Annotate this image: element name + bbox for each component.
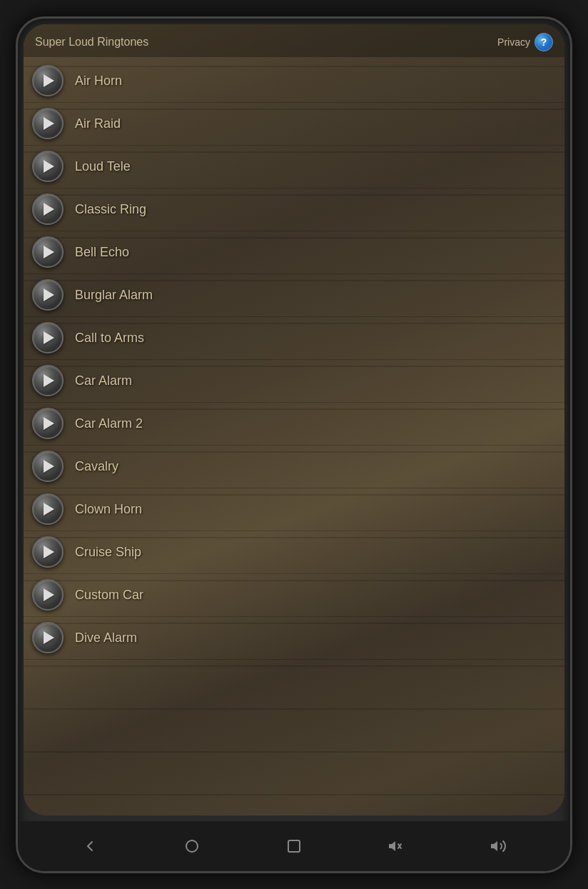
- svg-marker-5: [491, 841, 497, 851]
- play-button[interactable]: [32, 622, 64, 653]
- ringtone-item[interactable]: Cavalry: [24, 446, 564, 488]
- header-right: Privacy ?: [497, 33, 553, 51]
- play-button[interactable]: [32, 65, 64, 96]
- play-button[interactable]: [32, 579, 64, 611]
- ringtone-name: Car Alarm: [75, 373, 132, 388]
- ringtone-item[interactable]: Clown Horn: [24, 488, 564, 531]
- play-icon: [44, 74, 54, 87]
- play-icon: [44, 417, 54, 430]
- ringtone-item[interactable]: Bell Echo: [24, 231, 564, 274]
- play-icon: [44, 460, 54, 473]
- play-icon: [44, 160, 54, 173]
- svg-point-0: [186, 840, 198, 852]
- ringtone-item[interactable]: Loud Tele: [24, 146, 564, 189]
- ringtone-name: Burglar Alarm: [75, 288, 153, 303]
- app-header: Super Loud Ringtones Privacy ?: [24, 24, 564, 57]
- ringtone-item[interactable]: Custom Car: [24, 574, 564, 617]
- ringtone-item[interactable]: Burglar Alarm: [24, 274, 564, 317]
- ringtone-item[interactable]: Air Horn: [24, 60, 564, 103]
- ringtone-item[interactable]: Call to Arms: [24, 317, 564, 360]
- back-nav-button[interactable]: [76, 832, 104, 860]
- privacy-label[interactable]: Privacy: [497, 36, 530, 48]
- app-title: Super Loud Ringtones: [35, 36, 148, 49]
- device-frame: Super Loud Ringtones Privacy ? Air HornA…: [16, 16, 572, 873]
- play-icon: [44, 631, 54, 644]
- play-icon: [44, 117, 54, 130]
- ringtone-name: Air Horn: [75, 74, 122, 89]
- ringtone-list: Air HornAir RaidLoud TeleClassic RingBel…: [24, 57, 564, 815]
- play-button[interactable]: [32, 451, 64, 482]
- play-button[interactable]: [32, 536, 64, 568]
- ringtone-name: Custom Car: [75, 588, 143, 603]
- play-button[interactable]: [32, 279, 64, 311]
- ringtone-item[interactable]: Cruise Ship: [24, 531, 564, 574]
- play-icon: [44, 288, 54, 301]
- navigation-bar: [18, 821, 570, 871]
- ringtone-item[interactable]: Air Raid: [24, 103, 564, 146]
- play-button[interactable]: [32, 194, 64, 225]
- play-icon: [44, 246, 54, 258]
- recents-nav-button[interactable]: [280, 832, 308, 860]
- play-button[interactable]: [32, 365, 64, 396]
- app-container: Super Loud Ringtones Privacy ? Air HornA…: [24, 24, 564, 815]
- play-button[interactable]: [32, 408, 64, 439]
- ringtone-name: Clown Horn: [75, 502, 142, 517]
- ringtone-name: Dive Alarm: [75, 631, 137, 646]
- play-icon: [44, 503, 54, 516]
- screen: Super Loud Ringtones Privacy ? Air HornA…: [24, 24, 564, 815]
- home-nav-button[interactable]: [178, 832, 206, 860]
- ringtone-item[interactable]: Classic Ring: [24, 189, 564, 231]
- play-icon: [44, 331, 54, 344]
- play-icon: [44, 374, 54, 387]
- play-icon: [44, 546, 54, 558]
- help-button[interactable]: ?: [534, 33, 553, 51]
- play-button[interactable]: [32, 108, 64, 139]
- ringtone-name: Cruise Ship: [75, 545, 141, 560]
- play-button[interactable]: [32, 236, 64, 268]
- ringtone-name: Cavalry: [75, 459, 118, 474]
- volume-down-nav-button[interactable]: [382, 832, 410, 860]
- ringtone-name: Air Raid: [75, 116, 121, 131]
- play-button[interactable]: [32, 322, 64, 353]
- ringtone-name: Call to Arms: [75, 331, 144, 346]
- play-icon: [44, 588, 54, 601]
- ringtone-item[interactable]: Car Alarm: [24, 360, 564, 403]
- ringtone-item[interactable]: Car Alarm 2: [24, 403, 564, 446]
- ringtone-name: Car Alarm 2: [75, 416, 143, 431]
- ringtone-item[interactable]: Dive Alarm: [24, 617, 564, 660]
- play-icon: [44, 203, 54, 216]
- svg-marker-2: [389, 841, 395, 851]
- svg-rect-1: [288, 840, 300, 852]
- ringtone-name: Bell Echo: [75, 245, 129, 260]
- play-button[interactable]: [32, 493, 64, 525]
- ringtone-name: Loud Tele: [75, 159, 131, 174]
- ringtone-name: Classic Ring: [75, 202, 146, 217]
- volume-up-nav-button[interactable]: [484, 832, 512, 860]
- play-button[interactable]: [32, 151, 64, 182]
